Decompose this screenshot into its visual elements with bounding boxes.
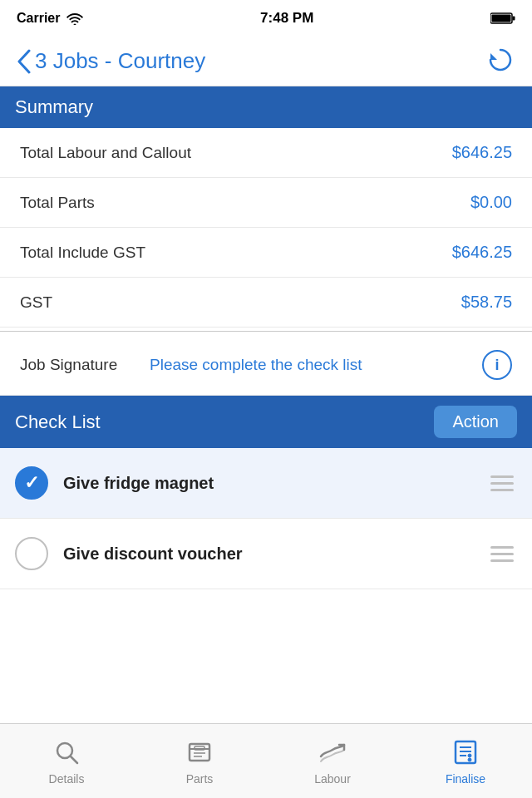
- signature-message: Please complete the check list: [150, 355, 469, 376]
- check-circle-1[interactable]: [15, 537, 48, 570]
- tab-finalise-icon: [451, 737, 480, 767]
- carrier-text: Carrier: [17, 11, 60, 26]
- checklist-item-1[interactable]: Give discount voucher: [0, 519, 532, 589]
- wifi-icon: [66, 12, 83, 25]
- signature-row: Job Signature Please complete the check …: [0, 335, 532, 396]
- summary-row-gst-include: Total Include GST $646.25: [0, 228, 532, 278]
- tab-details[interactable]: Details: [0, 737, 133, 786]
- summary-row-parts: Total Parts $0.00: [0, 178, 532, 228]
- tab-parts-label: Parts: [186, 772, 214, 786]
- tab-finalise[interactable]: Finalise: [399, 737, 532, 786]
- summary-row-labour: Total Labour and Callout $646.25: [0, 128, 532, 178]
- gst-value: $58.75: [461, 293, 512, 312]
- drag-handle-0: [490, 475, 517, 491]
- checklist-header: Check List Action: [0, 396, 532, 448]
- svg-line-6: [71, 756, 77, 763]
- tab-labour-label: Labour: [314, 772, 351, 786]
- summary-header: Summary: [0, 86, 532, 128]
- svg-point-16: [468, 754, 471, 757]
- checklist-item-0[interactable]: Give fridge magnet: [0, 448, 532, 519]
- labour-callout-label: Total Labour and Callout: [20, 144, 191, 162]
- back-button[interactable]: 3 Jobs - Courtney: [17, 48, 205, 74]
- gst-label: GST: [20, 293, 52, 312]
- nav-title: 3 Jobs - Courtney: [35, 48, 205, 74]
- checklist-label-0: Give fridge magnet: [63, 474, 475, 493]
- svg-marker-4: [490, 53, 497, 60]
- battery-area: [490, 12, 515, 25]
- back-icon: [17, 49, 32, 74]
- svg-point-17: [468, 758, 471, 761]
- tab-details-icon: [52, 737, 81, 767]
- status-time: 7:48 PM: [260, 10, 313, 27]
- status-bar: Carrier 7:48 PM: [0, 0, 532, 37]
- tab-parts[interactable]: Parts: [133, 737, 266, 786]
- summary-rows: Total Labour and Callout $646.25 Total P…: [0, 128, 532, 328]
- parts-label: Total Parts: [20, 194, 95, 212]
- tab-details-label: Details: [49, 772, 85, 786]
- drag-handle-1: [490, 546, 517, 562]
- nav-bar: 3 Jobs - Courtney: [0, 37, 532, 86]
- checklist-title: Check List: [15, 411, 101, 433]
- tab-labour[interactable]: Labour: [266, 737, 399, 786]
- parts-value: $0.00: [470, 193, 512, 212]
- svg-rect-3: [491, 15, 510, 22]
- signature-label: Job Signature: [20, 356, 136, 374]
- action-button[interactable]: Action: [434, 406, 517, 438]
- check-circle-0[interactable]: [15, 466, 48, 500]
- svg-rect-2: [512, 17, 515, 21]
- labour-callout-value: $646.25: [452, 143, 512, 162]
- summary-title: Summary: [15, 96, 93, 118]
- tab-finalise-label: Finalise: [446, 772, 485, 786]
- tab-bar: Details Parts Labour: [0, 723, 532, 798]
- svg-point-0: [74, 24, 76, 26]
- refresh-button[interactable]: [485, 45, 515, 78]
- summary-row-gst: GST $58.75: [0, 278, 532, 328]
- refresh-icon: [485, 45, 515, 75]
- battery-icon: [490, 12, 515, 25]
- checklist-label-1: Give discount voucher: [63, 544, 475, 564]
- gst-include-label: Total Include GST: [20, 244, 145, 262]
- carrier-label: Carrier: [17, 11, 83, 26]
- divider: [0, 331, 532, 332]
- tab-labour-icon: [318, 737, 347, 767]
- gst-include-value: $646.25: [452, 243, 512, 262]
- tab-parts-icon: [185, 737, 214, 767]
- info-icon[interactable]: i: [482, 350, 512, 380]
